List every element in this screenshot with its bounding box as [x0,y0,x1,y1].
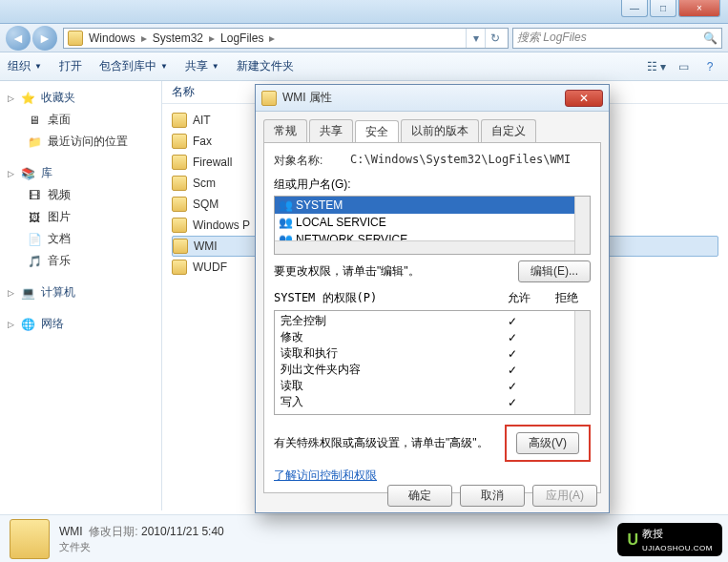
tab-pane-security: 对象名称: C:\Windows\System32\LogFiles\WMI 组… [263,142,601,493]
folder-icon [68,31,83,46]
view-menu-icon[interactable]: ☷ ▾ [646,58,667,75]
address-row: ◄ ► Windows▸ System32▸ LogFiles▸ ▾ ↻ 搜索 … [0,24,728,52]
open-button[interactable]: 打开 [59,58,82,74]
folder-icon [172,176,187,191]
edit-hint: 要更改权限，请单击"编辑"。 [274,263,518,280]
perm-header: SYSTEM 的权限(P) [274,290,495,306]
address-bar[interactable]: Windows▸ System32▸ LogFiles▸ ▾ ↻ [63,28,509,49]
groups-label: 组或用户名(G): [274,177,591,193]
scrollbar-vertical[interactable] [574,311,590,414]
perm-row: 列出文件夹内容✓ [281,362,584,378]
edit-button[interactable]: 编辑(E)... [518,260,591,282]
groups-listbox[interactable]: 👥SYSTEM 👥LOCAL SERVICE 👥NETWORK SERVICE [274,196,591,255]
learn-more-link[interactable]: 了解访问控制和权限 [274,468,377,484]
sidebar-network[interactable]: ▷🌐网络 [0,313,161,335]
dialog-buttons: 确定 取消 应用(A) [256,485,609,507]
folder-large-icon [10,519,50,559]
folder-icon [173,239,188,254]
close-button[interactable]: × [678,0,720,17]
status-date: 2010/11/21 5:40 [141,525,224,538]
sidebar: ▷⭐收藏夹 🖥桌面 📁最近访问的位置 ▷📚库 🎞视频 🖼图片 📄文档 🎵音乐 ▷… [0,81,162,510]
folder-icon [172,155,187,170]
tab-previous[interactable]: 以前的版本 [401,119,479,142]
advanced-highlight: 高级(V) [505,425,591,462]
minimize-button[interactable]: — [621,0,648,17]
crumb-logfiles[interactable]: LogFiles [220,31,263,45]
toolbar: 组织▼ 打开 包含到库中▼ 共享▼ 新建文件夹 ☷ ▾ ▭ ? [0,52,728,81]
ok-button[interactable]: 确定 [387,485,452,507]
history-dropdown-icon[interactable]: ▾ [466,29,485,48]
breadcrumb[interactable]: Windows▸ System32▸ LogFiles▸ [89,31,281,45]
folder-icon [261,91,277,106]
status-type: 文件夹 [59,540,224,554]
document-icon: 📄 [27,232,42,247]
watermark: U 教授UJIAOSHOU.COM [617,523,722,556]
perm-row: 写入✓ [281,394,584,410]
maximize-button[interactable]: □ [650,0,676,17]
dialog-titlebar[interactable]: WMI 属性 ✕ [256,85,609,112]
sidebar-item-desktop[interactable]: 🖥桌面 [0,109,161,131]
dialog-title: WMI 属性 [282,90,332,106]
status-date-label: 修改日期: [89,525,137,538]
crumb-windows[interactable]: Windows [89,31,135,45]
object-name-value: C:\Windows\System32\LogFiles\WMI [350,153,571,169]
tab-general[interactable]: 常规 [263,119,307,142]
preview-pane-icon[interactable]: ▭ [673,58,694,75]
computer-icon: 💻 [20,285,35,301]
perm-row: 读取✓ [281,378,584,394]
advanced-hint: 有关特殊权限或高级设置，请单击"高级"。 [274,435,505,451]
perm-row: 修改✓ [281,329,584,345]
perm-row: 完全控制✓ [281,313,584,329]
search-placeholder: 搜索 LogFiles [517,30,587,46]
group-item-local[interactable]: 👥LOCAL SERVICE [275,214,590,231]
deny-header: 拒绝 [543,290,591,306]
folder-icon [172,134,187,149]
folder-icon [172,260,187,275]
sidebar-item-videos[interactable]: 🎞视频 [0,184,161,206]
network-icon: 🌐 [20,317,35,332]
tab-security[interactable]: 安全 [355,120,399,143]
group-icon: 👥 [279,217,292,228]
col-name[interactable]: 名称 [172,84,195,100]
scrollbar-horizontal[interactable] [275,240,574,254]
back-button[interactable]: ◄ [6,26,31,51]
star-icon: ⭐ [20,91,35,106]
share-menu[interactable]: 共享▼ [185,58,219,74]
help-icon[interactable]: ? [699,58,720,75]
recent-icon: 📁 [27,135,42,150]
forward-button[interactable]: ► [32,26,57,51]
sidebar-item-pictures[interactable]: 🖼图片 [0,206,161,228]
sidebar-computer[interactable]: ▷💻计算机 [0,281,161,303]
apply-button[interactable]: 应用(A) [532,485,597,507]
folder-icon [172,113,187,128]
sidebar-item-documents[interactable]: 📄文档 [0,228,161,250]
tab-sharing[interactable]: 共享 [309,119,353,142]
window-titlebar: — □ × [0,0,728,24]
cancel-button[interactable]: 取消 [460,485,525,507]
desktop-icon: 🖥 [27,113,42,128]
folder-icon [172,218,187,233]
sidebar-libraries[interactable]: ▷📚库 [0,162,161,184]
sidebar-favorites[interactable]: ▷⭐收藏夹 [0,87,161,109]
video-icon: 🎞 [27,188,42,203]
dialog-close-button[interactable]: ✕ [565,90,603,107]
scrollbar-vertical[interactable] [574,197,590,254]
advanced-button[interactable]: 高级(V) [516,432,579,454]
sidebar-item-music[interactable]: 🎵音乐 [0,250,161,272]
organize-menu[interactable]: 组织▼ [8,58,42,74]
properties-dialog: WMI 属性 ✕ 常规 共享 安全 以前的版本 自定义 对象名称: C:\Win… [255,84,610,513]
include-menu[interactable]: 包含到库中▼ [99,58,168,74]
allow-header: 允许 [495,290,543,306]
tab-customize[interactable]: 自定义 [481,119,536,142]
folder-icon [172,197,187,212]
crumb-system32[interactable]: System32 [153,31,203,45]
status-name: WMI [59,525,83,538]
search-input[interactable]: 搜索 LogFiles 🔍 [512,28,722,49]
refresh-icon[interactable]: ↻ [485,29,504,48]
group-item-system[interactable]: 👥SYSTEM [275,197,590,214]
music-icon: 🎵 [27,254,42,269]
permissions-table[interactable]: 完全控制✓ 修改✓ 读取和执行✓ 列出文件夹内容✓ 读取✓ 写入✓ [274,310,591,415]
object-name-label: 对象名称: [274,153,350,169]
sidebar-item-recent[interactable]: 📁最近访问的位置 [0,131,161,153]
new-folder-button[interactable]: 新建文件夹 [237,58,294,74]
